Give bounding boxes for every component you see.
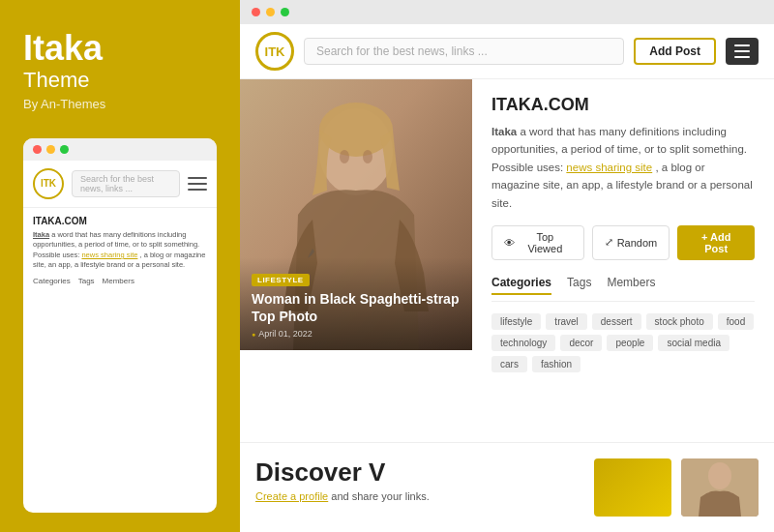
mini-search: Search for the best news, links ...	[72, 170, 180, 197]
tag-food[interactable]: food	[718, 313, 754, 330]
discover-sub: Create a profile and share your links.	[255, 490, 579, 502]
hamburger-line-1	[734, 44, 750, 46]
tag-decor[interactable]: decor	[560, 335, 602, 351]
chrome-dot-yellow	[266, 8, 275, 16]
main-browser: ITK Search for the best news, links ... …	[240, 24, 774, 532]
tag-fashion[interactable]: fashion	[532, 356, 580, 372]
tag-cars[interactable]: cars	[491, 356, 527, 372]
svg-point-2	[319, 103, 393, 157]
mini-tab-members[interactable]: Members	[103, 277, 134, 285]
mini-tab-tags[interactable]: Tags	[78, 277, 95, 285]
chrome-dot-red	[252, 8, 260, 16]
chrome-dot-green	[281, 8, 289, 16]
tab-categories[interactable]: Categories	[491, 276, 551, 295]
bottom-section: Discover V Create a profile and share yo…	[240, 442, 774, 532]
dot-yellow	[46, 145, 55, 154]
tab-tags[interactable]: Tags	[567, 276, 591, 295]
top-viewed-button[interactable]: 👁 Top Viewed	[491, 225, 584, 260]
thumbnail-2	[681, 458, 759, 517]
mini-browser-bar	[23, 138, 217, 161]
tag-stock-photo[interactable]: stock photo	[646, 313, 713, 330]
random-button[interactable]: ⤢ Random	[592, 225, 670, 260]
mini-hamburger-icon	[188, 177, 207, 191]
tag-travel[interactable]: travel	[546, 313, 586, 330]
tag-dessert[interactable]: dessert	[592, 313, 641, 330]
tags-grid: lifestyle travel dessert stock photo foo…	[491, 313, 755, 372]
brand-subtitle: Theme	[23, 68, 217, 93]
hero-image: LIFESTYLE Woman in Black Spaghetti-strap…	[240, 79, 472, 350]
hamburger-button[interactable]	[726, 38, 759, 65]
create-profile-link[interactable]: Create a profile	[255, 490, 328, 502]
main-logo: ITK	[255, 32, 294, 71]
tag-lifestyle[interactable]: lifestyle	[491, 313, 541, 330]
mini-brand-strong: Itaka	[33, 230, 49, 239]
mini-description: Itaka a word that has many definitions i…	[33, 230, 207, 271]
site-link-news[interactable]: news sharing site	[566, 162, 652, 173]
tag-people[interactable]: people	[607, 335, 653, 351]
main-search-bar[interactable]: Search for the best news, links ...	[304, 38, 624, 65]
sidebar-info: ITAKA.COM Itaka a word that has many def…	[472, 79, 774, 442]
hamburger-line-2	[734, 50, 750, 52]
mini-nav: ITK Search for the best news, links ...	[23, 161, 217, 208]
bottom-thumbnails	[594, 458, 759, 517]
thumbnail-person-svg	[681, 458, 759, 517]
hero-date: April 01, 2022	[252, 329, 461, 339]
mini-link-news[interactable]: news sharing site	[81, 251, 137, 259]
mini-logo: ITK	[33, 168, 64, 199]
discover-sub-text: and share your links.	[331, 490, 430, 502]
svg-point-3	[340, 150, 349, 163]
mini-nav-links: Categories Tags Members	[33, 277, 207, 285]
brand-byline: By An-Themes	[23, 97, 217, 111]
tag-technology[interactable]: technology	[491, 335, 555, 351]
lifestyle-badge: LIFESTYLE	[252, 274, 310, 286]
tag-social-media[interactable]: social media	[658, 335, 729, 351]
hero-column: LIFESTYLE Woman in Black Spaghetti-strap…	[240, 79, 472, 442]
thumbnail-1	[594, 458, 671, 517]
add-post-sidebar-button[interactable]: + Add Post	[677, 225, 755, 260]
discover-text: Discover V Create a profile and share yo…	[255, 458, 579, 502]
discover-heading: Discover V	[255, 458, 579, 487]
svg-point-6	[708, 462, 731, 489]
mini-content: ITAKA.COM Itaka a word that has many def…	[23, 208, 217, 293]
shuffle-icon: ⤢	[605, 236, 613, 249]
mini-site-title: ITAKA.COM	[33, 216, 207, 226]
nav-add-post-button[interactable]: Add Post	[634, 38, 716, 65]
top-nav: ITK Search for the best news, links ... …	[240, 24, 774, 79]
left-panel: Itaka Theme By An-Themes ITK Search for …	[0, 0, 240, 532]
dot-green	[60, 145, 69, 154]
tab-members[interactable]: Members	[607, 276, 655, 295]
svg-point-4	[363, 150, 372, 163]
content-area: LIFESTYLE Woman in Black Spaghetti-strap…	[240, 79, 774, 442]
mini-tab-categories[interactable]: Categories	[33, 277, 71, 285]
right-panel: ITK Search for the best news, links ... …	[240, 0, 774, 532]
browser-chrome	[240, 0, 774, 24]
hamburger-line-3	[734, 56, 750, 58]
tab-row: Categories Tags Members	[491, 276, 755, 302]
hero-title: Woman in Black Spaghetti-strap Top Photo	[252, 290, 461, 325]
mini-browser-mockup: ITK Search for the best news, links ... …	[23, 138, 217, 513]
site-title: ITAKA.COM	[491, 95, 755, 115]
site-description: Itaka a word that has many definitions i…	[491, 123, 755, 212]
dot-red	[33, 145, 42, 154]
action-buttons: 👁 Top Viewed ⤢ Random + Add Post	[491, 225, 755, 260]
eye-icon: 👁	[504, 237, 515, 249]
site-brand-strong: Itaka	[491, 126, 517, 137]
hero-overlay: LIFESTYLE Woman in Black Spaghetti-strap…	[240, 257, 472, 350]
brand-title: Itaka	[23, 29, 217, 68]
